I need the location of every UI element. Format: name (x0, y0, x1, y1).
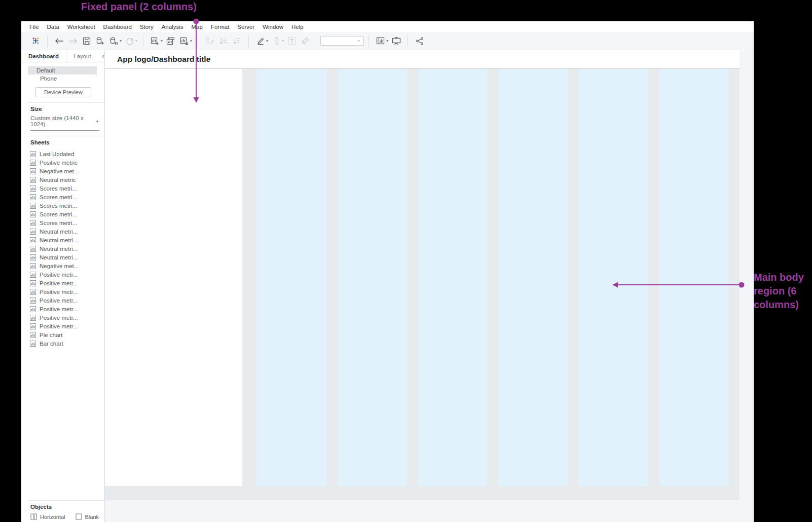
dashboard-title-object[interactable]: App logo/Dashboard title (105, 50, 740, 69)
body-column-2[interactable] (338, 69, 407, 486)
tab-dashboard[interactable]: Dashboard (21, 50, 66, 62)
sheet-item[interactable]: Scores metri... (21, 210, 104, 218)
sheet-item-label: Positive metric (40, 160, 78, 166)
worksheet-icon (30, 203, 36, 209)
sort-descending-icon[interactable] (230, 34, 244, 48)
size-select[interactable]: Custom size (1440 x 1024) (30, 115, 99, 131)
sheet-item[interactable]: Neutral metri... (21, 253, 104, 262)
sheet-item[interactable]: Positive metr... (21, 305, 104, 313)
menu-item[interactable]: Format (207, 24, 233, 30)
new-data-source-icon[interactable] (93, 34, 107, 48)
worksheet-icon (30, 194, 36, 200)
clear-sheet-icon[interactable] (177, 34, 191, 48)
sheet-item[interactable]: Scores metri... (21, 201, 104, 210)
show-hide-cards-icon[interactable] (374, 34, 387, 48)
sheet-item[interactable]: Neutral metric (21, 175, 104, 184)
sheet-item-label: Positive metr... (40, 315, 78, 321)
sheet-item[interactable]: Scores metri... (21, 184, 104, 193)
sheet-item[interactable]: Positive metr... (21, 270, 104, 279)
sheet-item[interactable]: Pie chart (21, 330, 104, 339)
worksheet-icon (30, 220, 36, 226)
sheet-item-label: Positive metr... (40, 306, 78, 312)
sheet-item-label: Pie chart (40, 332, 62, 338)
dashboard-title-text: App logo/Dashboard title (117, 55, 210, 64)
collapse-pane-icon[interactable]: ‹ (98, 52, 105, 60)
tableau-logo-icon[interactable] (29, 34, 43, 48)
body-column-4[interactable] (498, 69, 568, 486)
dropdown-caret-icon[interactable] (120, 39, 122, 43)
sheets-heading: Sheets (30, 139, 104, 145)
menu-item[interactable]: Story (136, 24, 158, 30)
body-column-5[interactable] (579, 69, 648, 486)
undo-icon[interactable] (52, 34, 66, 48)
sidebar-divider (28, 102, 104, 103)
swap-rows-columns-icon[interactable] (203, 34, 216, 48)
body-column-3[interactable] (418, 69, 488, 486)
size-select-value: Custom size (1440 x 1024) (30, 115, 97, 127)
sort-ascending-icon[interactable] (216, 34, 230, 48)
menu-item[interactable]: Help (287, 24, 308, 30)
object-horizontal[interactable]: Horizontal (30, 513, 65, 520)
dashboard-artboard[interactable]: App logo/Dashboard title (105, 50, 740, 500)
menu-item[interactable]: Analysis (158, 24, 188, 30)
sheet-item[interactable]: Scores metri... (21, 218, 104, 227)
menu-item[interactable]: Data (43, 24, 63, 30)
menu-item[interactable]: File (25, 24, 43, 30)
device-mode-default[interactable]: Default (28, 66, 97, 74)
sheet-item[interactable]: Bar chart (21, 339, 104, 348)
worksheet-icon (30, 289, 36, 295)
dropdown-caret-icon[interactable] (282, 39, 284, 43)
dropdown-caret-icon[interactable] (190, 39, 192, 43)
worksheet-icon (30, 341, 36, 347)
sheet-item[interactable]: Negative met... (21, 262, 104, 270)
dropdown-caret-icon[interactable] (266, 39, 268, 43)
menu-item[interactable]: Map (188, 24, 207, 30)
sheet-item[interactable]: Scores metri... (21, 193, 104, 201)
redo-icon[interactable] (66, 34, 80, 48)
sheet-item[interactable]: Positive metric (21, 158, 104, 167)
sheet-item[interactable]: Negative met... (21, 167, 104, 175)
sheet-item[interactable]: Neutral metri... (21, 227, 104, 236)
dropdown-caret-icon[interactable] (135, 39, 137, 43)
sheet-item[interactable]: Neutral metri... (21, 236, 104, 244)
sheet-item[interactable]: Last Updated (21, 150, 104, 158)
dropdown-caret-icon[interactable] (161, 39, 163, 43)
sheet-item[interactable]: Positive metr... (21, 313, 104, 322)
duplicate-sheet-icon[interactable] (164, 34, 177, 48)
sheet-item[interactable]: Neutral metri... (21, 244, 104, 253)
run-update-icon[interactable] (123, 34, 136, 48)
menu-item[interactable]: Worksheet (63, 24, 99, 30)
sheet-item[interactable]: Positive metr... (21, 296, 104, 305)
sheet-item-label: Last Updated (40, 151, 74, 157)
tab-layout[interactable]: Layout (66, 50, 98, 62)
menu-item[interactable]: Server (233, 24, 259, 30)
pause-auto-updates-icon[interactable] (107, 34, 121, 48)
toolbar-separator (368, 35, 369, 47)
device-preview-button[interactable]: Device Preview (35, 87, 91, 97)
sheet-item-label: Positive metr... (40, 272, 78, 278)
new-worksheet-icon[interactable] (148, 34, 162, 48)
sheet-item[interactable]: Positive metr... (21, 287, 104, 296)
attachment-icon[interactable] (269, 34, 283, 48)
body-column-6[interactable] (659, 69, 729, 486)
sheet-item-label: Positive metr... (40, 289, 78, 295)
sheet-item[interactable]: Positive metr... (21, 279, 104, 287)
share-icon[interactable] (413, 34, 426, 48)
object-blank[interactable]: Blank (76, 513, 99, 520)
pin-icon[interactable] (299, 34, 312, 48)
worksheet-icon (30, 323, 36, 329)
presentation-mode-icon[interactable] (389, 34, 403, 48)
sheet-item[interactable]: Positive metr... (21, 322, 104, 330)
device-mode-phone[interactable]: Phone (28, 74, 97, 83)
text-label-icon[interactable] (285, 34, 299, 48)
menu-item[interactable]: Dashboard (99, 24, 136, 30)
worksheet-icon (30, 246, 36, 252)
menu-item[interactable]: Window (259, 24, 287, 30)
body-column-1[interactable] (257, 69, 326, 486)
fixed-panel-region[interactable] (105, 69, 242, 486)
highlight-icon[interactable] (253, 34, 267, 48)
dropdown-caret-icon[interactable] (386, 39, 388, 43)
worksheet-icon (30, 185, 36, 192)
save-icon[interactable] (80, 34, 93, 48)
fit-selector-dropdown[interactable] (320, 36, 364, 46)
